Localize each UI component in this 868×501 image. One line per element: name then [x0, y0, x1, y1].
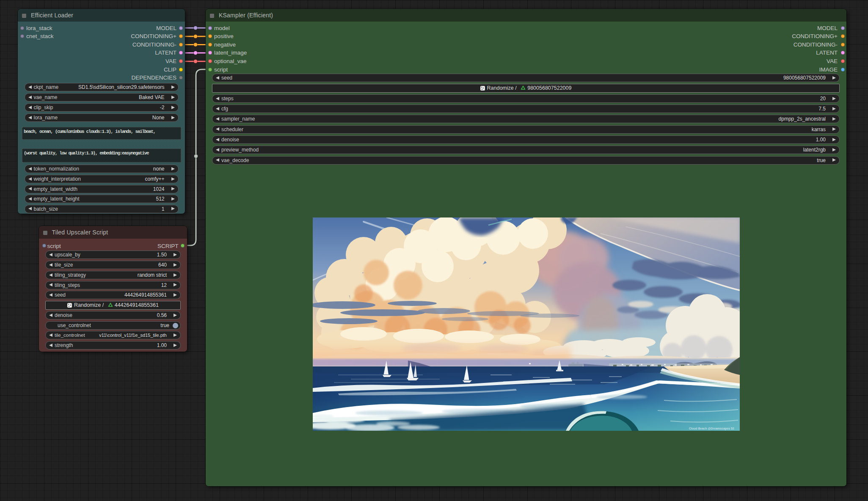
- svg-text:Cloud Beach @Dreamscapes 52: Cloud Beach @Dreamscapes 52: [689, 427, 734, 430]
